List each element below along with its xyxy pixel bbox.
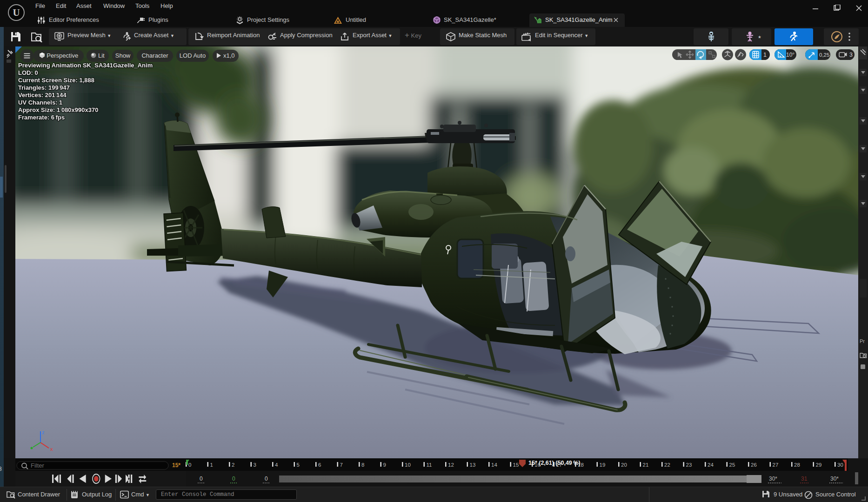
svg-text:30*: 30* bbox=[830, 476, 839, 482]
svg-text:8: 8 bbox=[361, 462, 364, 468]
svg-text:30*: 30* bbox=[769, 476, 777, 482]
svg-text:25: 25 bbox=[729, 462, 735, 468]
svg-text:27: 27 bbox=[773, 462, 779, 468]
svg-text:5: 5 bbox=[297, 462, 300, 468]
svg-text:12: 12 bbox=[448, 462, 454, 468]
svg-text:13: 13 bbox=[470, 462, 476, 468]
svg-text:11: 11 bbox=[427, 462, 432, 468]
svg-text:6: 6 bbox=[318, 462, 321, 468]
svg-text:24: 24 bbox=[708, 462, 714, 468]
svg-text:*: * bbox=[768, 495, 769, 499]
svg-text:31: 31 bbox=[801, 476, 808, 482]
svg-text:2: 2 bbox=[232, 462, 234, 468]
svg-text:10: 10 bbox=[405, 462, 411, 468]
svg-text:Filter: Filter bbox=[31, 462, 45, 469]
svg-text:0: 0 bbox=[200, 476, 203, 482]
svg-text:0,25: 0,25 bbox=[819, 52, 829, 58]
svg-text:14: 14 bbox=[491, 462, 497, 468]
svg-text:9: 9 bbox=[383, 462, 386, 468]
svg-text:21: 21 bbox=[643, 462, 649, 468]
svg-text:22: 22 bbox=[664, 462, 670, 468]
svg-text:1: 1 bbox=[210, 462, 213, 468]
svg-text:20: 20 bbox=[621, 462, 627, 468]
svg-text:29: 29 bbox=[816, 462, 822, 468]
svg-text:0: 0 bbox=[188, 462, 191, 468]
svg-text:15: 15 bbox=[513, 462, 519, 468]
svg-text:3: 3 bbox=[254, 462, 256, 468]
svg-text:*: * bbox=[758, 34, 761, 42]
svg-text:26: 26 bbox=[751, 462, 757, 468]
svg-text:10°: 10° bbox=[786, 52, 795, 58]
svg-text:15* (2,61) (50,49 %): 15* (2,61) (50,49 %) bbox=[528, 460, 581, 466]
svg-text:4: 4 bbox=[275, 462, 278, 468]
svg-text:19: 19 bbox=[600, 462, 606, 468]
svg-text:Pr: Pr bbox=[860, 338, 865, 344]
svg-text:U: U bbox=[13, 7, 20, 18]
svg-text:z: z bbox=[42, 429, 45, 435]
svg-text:0: 0 bbox=[232, 476, 235, 482]
svg-text:7: 7 bbox=[340, 462, 343, 468]
svg-text:28: 28 bbox=[794, 462, 800, 468]
svg-text:30: 30 bbox=[837, 462, 843, 468]
svg-text:1: 1 bbox=[763, 52, 767, 58]
svg-text:3: 3 bbox=[849, 52, 853, 58]
svg-text:0: 0 bbox=[265, 476, 268, 482]
svg-text:15*: 15* bbox=[172, 462, 180, 469]
svg-text:23: 23 bbox=[686, 462, 692, 468]
svg-text:x: x bbox=[50, 446, 53, 452]
